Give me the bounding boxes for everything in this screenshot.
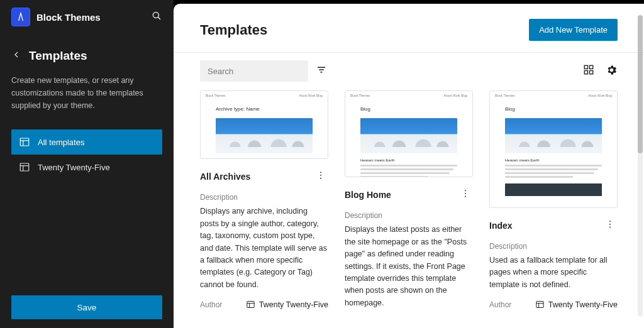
site-brand[interactable]: Block Themes [11, 8, 101, 26]
preview-subheading: Heaven meets Earth [505, 158, 602, 162]
svg-rect-5 [20, 163, 29, 171]
preview-image [505, 118, 602, 153]
template-author: Twenty Twenty-Five [246, 300, 328, 309]
svg-point-25 [465, 196, 466, 197]
site-editor-sidebar: Block Themes Templates Create new templa… [0, 0, 174, 328]
grid-view-icon[interactable] [583, 64, 594, 78]
svg-point-26 [609, 221, 611, 222]
template-description: Displays the latest posts as either the … [345, 224, 473, 309]
svg-rect-15 [584, 71, 587, 74]
author-label: Author [489, 300, 511, 309]
preview-nav: About Work Blog [444, 94, 467, 97]
svg-rect-14 [590, 65, 593, 68]
svg-point-23 [465, 190, 466, 192]
search-input-wrap[interactable] [200, 60, 308, 82]
svg-rect-20 [247, 302, 254, 308]
panel-header: Templates Add New Template [174, 4, 644, 53]
svg-point-19 [320, 178, 321, 179]
panel-toolbar [174, 53, 644, 88]
toolbar-right [583, 64, 618, 79]
sidebar-item-label: All templates [38, 138, 84, 147]
preview-nav: About Work Blog [589, 94, 612, 97]
gear-icon[interactable] [606, 64, 618, 79]
search-input[interactable] [208, 67, 313, 76]
description-label: Description [345, 211, 473, 220]
back-icon[interactable] [11, 50, 21, 62]
preview-brand: Block Themes [350, 94, 370, 97]
svg-point-28 [609, 226, 611, 227]
more-options-icon[interactable] [602, 217, 618, 234]
templates-grid: Block ThemesAbout Work Blog Archive type… [174, 88, 644, 328]
template-description: Used as a fallback template for all page… [489, 254, 618, 291]
sidebar-item-all-templates[interactable]: All templates [11, 129, 162, 155]
preview-brand: Block Themes [206, 94, 226, 97]
sidebar-topbar: Block Themes [11, 8, 162, 26]
add-new-template-button[interactable]: Add New Template [529, 19, 618, 41]
more-options-icon[interactable] [458, 186, 473, 204]
template-author: Twenty Twenty-Five [535, 300, 618, 309]
template-preview[interactable]: Block ThemesAbout Work Blog Blog Heaven … [345, 90, 473, 177]
preview-text [360, 165, 457, 177]
preview-nav: About Work Blog [299, 94, 323, 97]
svg-point-18 [320, 175, 321, 176]
layout-icon [246, 300, 255, 309]
svg-point-27 [609, 224, 611, 225]
save-button[interactable]: Save [11, 295, 162, 319]
preview-subheading: Heaven meets Earth [216, 158, 313, 159]
preview-heading: Blog [360, 106, 457, 112]
site-title: Block Themes [36, 12, 101, 23]
search-icon[interactable] [151, 10, 162, 24]
preview-subheading: Heaven meets Earth [360, 158, 457, 162]
sidebar-item-label: Twenty Twenty-Five [38, 163, 110, 172]
svg-rect-16 [590, 71, 593, 74]
preview-image [505, 183, 602, 196]
svg-rect-2 [20, 138, 29, 146]
layout-icon [19, 136, 30, 148]
template-card: Block ThemesAbout Work Blog Archive type… [200, 90, 328, 309]
preview-heading: Blog [505, 106, 602, 112]
toolbar-left [200, 60, 327, 82]
page-title: Templates [200, 22, 267, 38]
template-title[interactable]: Blog Home [345, 190, 391, 200]
preview-image [360, 118, 457, 153]
svg-point-0 [153, 12, 158, 18]
sidebar-heading-row: Templates [11, 49, 162, 63]
sidebar-description: Create new templates, or reset any custo… [11, 74, 162, 112]
description-label: Description [200, 193, 328, 202]
template-preview[interactable]: Block ThemesAbout Work Blog Blog Heaven … [489, 90, 618, 208]
filter-icon[interactable] [316, 64, 327, 78]
site-logo [11, 8, 30, 26]
sidebar-title: Templates [29, 49, 87, 63]
layout-icon [535, 300, 545, 309]
preview-text [505, 165, 602, 180]
preview-brand: Block Themes [495, 94, 515, 97]
template-preview[interactable]: Block ThemesAbout Work Blog Archive type… [200, 90, 328, 159]
template-title[interactable]: Index [489, 221, 513, 231]
template-description: Displays any archive, including posts by… [200, 205, 328, 291]
description-label: Description [489, 242, 618, 251]
layout-icon [19, 161, 30, 173]
template-card: Block ThemesAbout Work Blog Blog Heaven … [345, 90, 473, 309]
templates-panel: Templates Add New Template Block The [174, 4, 644, 328]
svg-point-17 [320, 172, 321, 173]
svg-line-1 [158, 17, 160, 19]
preview-heading: Archive type: Name [216, 106, 313, 112]
template-title[interactable]: All Archives [200, 172, 250, 182]
svg-rect-29 [536, 302, 543, 308]
preview-image [216, 118, 313, 153]
sidebar-item-theme[interactable]: Twenty Twenty-Five [11, 155, 162, 180]
more-options-icon[interactable] [313, 168, 328, 185]
author-label: Author [200, 300, 222, 309]
svg-point-24 [465, 193, 466, 194]
template-card: Block ThemesAbout Work Blog Blog Heaven … [489, 90, 618, 309]
svg-rect-13 [584, 65, 587, 68]
scrollbar-thumb[interactable] [638, 15, 643, 153]
